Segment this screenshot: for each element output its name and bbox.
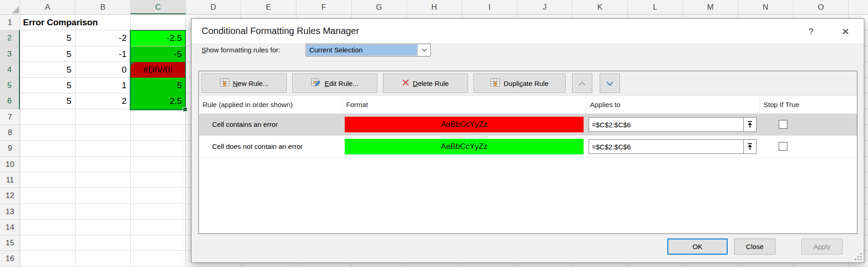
applies-to-input[interactable] xyxy=(589,140,743,153)
column-header-c-selected[interactable]: C xyxy=(131,0,186,14)
scope-dropdown[interactable]: Current Selection xyxy=(306,44,431,57)
column-header-i[interactable]: I xyxy=(462,0,517,14)
cell-a6[interactable]: 5 xyxy=(20,93,75,109)
format-preview-green: AaBbCcYyZz xyxy=(345,139,584,154)
row-header-3-selected[interactable]: 3 xyxy=(0,46,20,62)
rule-row-selected[interactable]: Cell contains an error AaBbCcYyZz xyxy=(199,114,857,136)
column-header-l[interactable]: L xyxy=(628,0,683,14)
format-preview-red: AaBbCcYyZz xyxy=(345,117,584,132)
row-header-7[interactable]: 7 xyxy=(0,109,20,125)
stop-if-true-checkbox[interactable] xyxy=(779,142,787,151)
chevron-down-icon[interactable] xyxy=(417,44,430,56)
close-button[interactable]: Close xyxy=(734,239,775,255)
new-rule-button[interactable]: New Rule... xyxy=(202,74,287,93)
row-header-11[interactable]: 11 xyxy=(0,172,20,188)
error-indicator-triangle-icon xyxy=(130,62,134,66)
red-x-icon xyxy=(402,79,409,87)
cell-a5[interactable]: 5 xyxy=(20,78,75,93)
duplicate-rule-button[interactable]: Duplicate Rule xyxy=(474,74,566,93)
row-header-15[interactable]: 15 xyxy=(0,235,20,251)
select-all-corner[interactable] xyxy=(0,0,20,14)
resize-grip[interactable] xyxy=(854,253,862,260)
column-header-a[interactable]: A xyxy=(20,0,75,14)
column-header-g[interactable]: G xyxy=(352,0,407,14)
column-separator xyxy=(586,96,586,114)
move-rule-up-button[interactable] xyxy=(572,74,592,93)
column-header-d[interactable]: D xyxy=(186,0,241,14)
apply-button-disabled[interactable]: Apply xyxy=(801,239,843,255)
cell-c6[interactable]: 2.5 xyxy=(130,93,185,109)
stop-if-true-checkbox[interactable] xyxy=(779,120,787,129)
cell-b6[interactable]: 2 xyxy=(75,93,130,109)
new-rule-label: New Rule... xyxy=(233,80,269,87)
cell-c3[interactable]: -5 xyxy=(130,46,185,62)
applies-to-column-header: Applies to xyxy=(590,96,620,114)
column-header-m[interactable]: M xyxy=(683,0,738,14)
cell-c2-active[interactable]: -2.5 xyxy=(130,30,185,46)
row-header-4-selected[interactable]: 4 xyxy=(0,62,20,78)
row-header-5-selected[interactable]: 5 xyxy=(0,78,20,93)
select-all-triangle-icon xyxy=(12,6,19,13)
row-header-12[interactable]: 12 xyxy=(0,188,20,204)
cell-b2[interactable]: -2 xyxy=(75,30,130,46)
edit-rule-button[interactable]: Edit Rule... xyxy=(292,74,377,93)
help-button[interactable]: ? xyxy=(801,19,821,43)
row-header-9[interactable]: 9 xyxy=(0,141,20,156)
row-header-6-selected[interactable]: 6 xyxy=(0,93,20,109)
sheet-row-3: 5 -1 -5 xyxy=(20,46,185,62)
format-column-header: Format xyxy=(346,96,368,114)
rule-column-header: Rule (applied in order shown) xyxy=(203,96,293,114)
move-rule-down-button[interactable] xyxy=(600,74,620,93)
column-header-k[interactable]: K xyxy=(573,0,628,14)
column-header-e[interactable]: E xyxy=(241,0,296,14)
cell-a1-title[interactable]: Error Comparison xyxy=(23,15,98,30)
applies-to-input[interactable] xyxy=(589,118,743,131)
duplicate-rule-label: Duplicate Rule xyxy=(503,80,549,87)
row-header-16[interactable]: 16 xyxy=(0,251,20,267)
conditional-formatting-rules-manager-dialog: Conditional Formatting Rules Manager ? ✕… xyxy=(191,18,864,263)
rule-row[interactable]: Cell does not contain an error AaBbCcYyZ… xyxy=(199,136,857,158)
close-icon[interactable]: ✕ xyxy=(835,19,856,43)
row-header-13[interactable]: 13 xyxy=(0,204,20,220)
cell-c5[interactable]: 5 xyxy=(130,78,185,93)
column-separator xyxy=(342,96,343,114)
edit-rule-label: Edit Rule... xyxy=(324,80,358,87)
cell-a2[interactable]: 5 xyxy=(20,30,75,46)
collapse-dialog-icon[interactable] xyxy=(743,140,756,153)
cell-b3[interactable]: -1 xyxy=(75,46,130,62)
cell-a3[interactable]: 5 xyxy=(20,46,75,62)
table-grid-icon xyxy=(491,79,500,88)
stop-if-true-column-header: Stop If True xyxy=(764,96,799,114)
sheet-row-6: 5 2 2.5 xyxy=(20,93,185,109)
cell-b4[interactable]: 0 xyxy=(75,62,130,78)
cell-a4[interactable]: 5 xyxy=(20,62,75,78)
row-header-10[interactable]: 10 xyxy=(0,157,20,172)
column-header-h[interactable]: H xyxy=(407,0,462,14)
delete-rule-label: Delete Rule xyxy=(413,80,449,87)
collapse-dialog-icon[interactable] xyxy=(743,118,756,131)
column-header-f[interactable]: F xyxy=(296,0,352,14)
sheet-row-5: 5 1 5 xyxy=(20,78,185,93)
column-header-j[interactable]: J xyxy=(517,0,573,14)
dialog-titlebar[interactable]: Conditional Formatting Rules Manager ? ✕ xyxy=(191,19,864,43)
cell-b5[interactable]: 1 xyxy=(75,78,130,93)
ok-button[interactable]: OK xyxy=(667,239,728,255)
accel-letter: S xyxy=(202,46,206,54)
excel-window: A B C D E F G H I J K L M N O 1 2 3 4 5 … xyxy=(0,0,868,267)
table-grid-icon xyxy=(220,79,229,88)
column-separator xyxy=(759,96,760,114)
column-header-row: A B C D E F G H I J K L M N O xyxy=(0,0,868,15)
column-header-n[interactable]: N xyxy=(738,0,793,14)
row-header-8[interactable]: 8 xyxy=(0,125,20,141)
rule-name: Cell contains an error xyxy=(212,114,278,136)
show-rules-for-label: Show formatting rules for: xyxy=(202,44,280,57)
column-header-b[interactable]: B xyxy=(75,0,131,14)
row-header-2-selected[interactable]: 2 xyxy=(0,30,20,46)
cell-c4-error[interactable]: #DIV/0! xyxy=(130,62,185,78)
delete-rule-button[interactable]: Delete Rule xyxy=(383,74,468,93)
applies-to-field-group xyxy=(589,117,757,132)
row-header-1[interactable]: 1 xyxy=(0,15,20,30)
scope-dropdown-value: Current Selection xyxy=(307,45,417,55)
row-header-14[interactable]: 14 xyxy=(0,220,20,235)
column-header-o[interactable]: O xyxy=(793,0,849,14)
